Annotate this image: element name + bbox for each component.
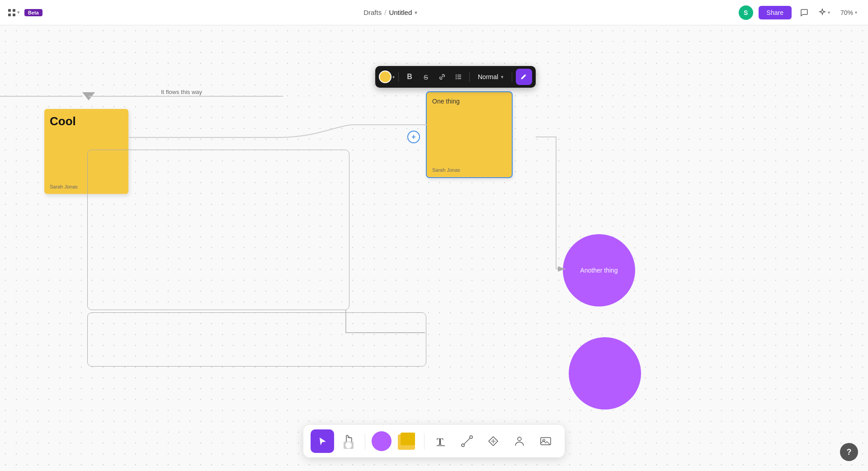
list-button[interactable] bbox=[451, 70, 466, 84]
text-tool[interactable]: T bbox=[429, 429, 453, 453]
toolbar-divider2 bbox=[424, 433, 425, 449]
sticky-note-tool[interactable] bbox=[396, 429, 420, 453]
share-button[interactable]: Share bbox=[759, 6, 792, 19]
circle-bottom-right[interactable] bbox=[569, 337, 641, 410]
connector-line-mid bbox=[89, 96, 283, 97]
select-tool[interactable] bbox=[311, 429, 334, 453]
svg-point-10 bbox=[456, 76, 457, 77]
header-right: S Share ▾ 70% ▾ bbox=[739, 5, 861, 20]
header: ▾ Beta Drafts / Untitled ▾ S Share ▾ 70%… bbox=[0, 0, 868, 25]
circle-shape-preview bbox=[372, 431, 392, 451]
breadcrumb-sep: / bbox=[384, 9, 386, 16]
note-one-thing-author: Sarah Jonas bbox=[432, 167, 460, 173]
hand-tool[interactable] bbox=[337, 429, 360, 453]
strikethrough-button[interactable]: S bbox=[419, 70, 433, 84]
circle-shape-tool[interactable] bbox=[370, 429, 393, 453]
svg-point-11 bbox=[456, 78, 457, 79]
style-chevron-icon: ▾ bbox=[501, 74, 504, 80]
svg-rect-3 bbox=[13, 14, 15, 16]
header-left: ▾ Beta bbox=[7, 8, 42, 17]
color-button[interactable] bbox=[379, 71, 392, 83]
apps-icon[interactable]: ▾ bbox=[7, 8, 20, 17]
sticky-note-preview bbox=[398, 433, 418, 450]
avatar: S bbox=[739, 5, 753, 20]
svg-point-16 bbox=[518, 437, 521, 441]
arrow-label: It flows this way bbox=[161, 89, 202, 95]
sticky-note-one-thing[interactable]: One thing Sarah Jonas bbox=[427, 92, 512, 177]
zoom-control[interactable]: 70% ▾ bbox=[837, 7, 861, 18]
zoom-chevron-icon: ▾ bbox=[855, 10, 857, 15]
frames-tool[interactable] bbox=[508, 429, 531, 453]
header-center: Drafts / Untitled ▾ bbox=[363, 9, 417, 16]
frame-rect-bottom bbox=[87, 312, 426, 367]
note-cool-author: Sarah Jonas bbox=[50, 184, 78, 189]
style-label: Normal bbox=[478, 73, 498, 80]
note-cool-title: Cool bbox=[50, 114, 123, 128]
beta-badge: Beta bbox=[24, 9, 42, 16]
svg-point-9 bbox=[456, 75, 457, 75]
canvas: It flows this way + Cool Sarah Jonas One… bbox=[0, 25, 868, 471]
connector-line-top bbox=[0, 96, 82, 97]
connector-plus-button[interactable]: + bbox=[407, 131, 420, 143]
note-one-thing-title: One thing bbox=[432, 98, 506, 105]
circle-another-thing-label: Another thing bbox=[580, 267, 618, 274]
style-dropdown[interactable]: Normal ▾ bbox=[473, 71, 508, 82]
frame-rect bbox=[87, 150, 349, 310]
plus-icon: + bbox=[411, 133, 415, 141]
breadcrumb-drafts[interactable]: Drafts bbox=[363, 9, 382, 16]
text-toolbar: ▾ B S Normal ▾ bbox=[375, 66, 536, 88]
doc-title[interactable]: Untitled bbox=[389, 9, 412, 16]
divider1 bbox=[398, 72, 399, 82]
toolbar-divider1 bbox=[365, 433, 365, 449]
link-button[interactable] bbox=[435, 70, 449, 84]
help-button[interactable]: ? bbox=[840, 443, 858, 461]
circle-another-thing[interactable]: Another thing bbox=[563, 234, 635, 306]
divider3 bbox=[512, 72, 512, 82]
pen-button[interactable] bbox=[516, 69, 532, 85]
svg-rect-2 bbox=[8, 14, 11, 16]
divider2 bbox=[469, 72, 470, 82]
title-chevron-icon[interactable]: ▾ bbox=[415, 9, 417, 16]
connector-tool[interactable] bbox=[455, 429, 479, 453]
bottom-toolbar: T bbox=[303, 425, 565, 457]
svg-rect-0 bbox=[8, 9, 11, 12]
zoom-level: 70% bbox=[840, 9, 853, 16]
bold-button[interactable]: B bbox=[402, 70, 417, 84]
ai-icon[interactable]: ▾ bbox=[817, 5, 831, 20]
color-chevron-icon[interactable]: ▾ bbox=[392, 75, 395, 80]
svg-rect-1 bbox=[13, 9, 15, 12]
image-tool[interactable] bbox=[534, 429, 557, 453]
comments-icon[interactable] bbox=[797, 5, 811, 20]
components-tool[interactable] bbox=[481, 429, 505, 453]
